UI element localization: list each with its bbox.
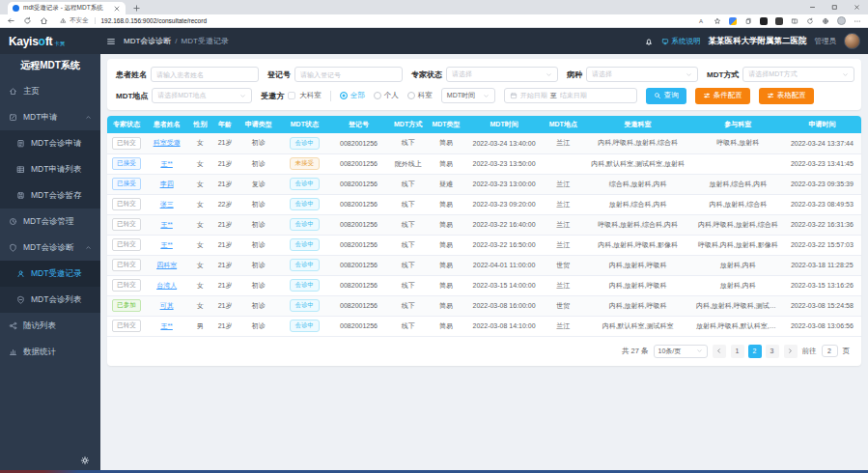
radio-all[interactable]: 全部 <box>340 91 365 100</box>
sidebar-item-mdt-invite-record[interactable]: MDT受邀记录 <box>0 261 100 287</box>
user-role[interactable]: 管理员 <box>815 37 837 46</box>
page-size-select[interactable]: 10条/页 <box>654 345 708 358</box>
cell-mdt-status: 会诊中 <box>280 316 329 336</box>
refresh-button[interactable] <box>23 16 32 25</box>
profile-avatar[interactable] <box>837 16 846 25</box>
cell-invited-depts: 内科,默认科室,测试科室 <box>582 316 693 336</box>
cell-apply-type: 初诊 <box>238 133 280 153</box>
reg-no-input[interactable] <box>300 71 397 78</box>
page-button-3[interactable]: 3 <box>766 345 779 358</box>
maximize-button[interactable] <box>824 0 846 14</box>
expert-status-tag: 已转交 <box>112 238 141 251</box>
mdt-mode-select[interactable]: 请选择MDT方式 <box>742 67 854 82</box>
patient-name-link[interactable]: 李四 <box>160 181 174 187</box>
cell-age: 21岁 <box>212 174 238 194</box>
close-icon <box>854 4 860 11</box>
split-screen-icon[interactable] <box>791 17 798 25</box>
cell-invited-depts: 内科,放射科,呼吸科 <box>582 275 693 295</box>
patient-name-link[interactable]: 张三 <box>160 201 174 208</box>
patient-name-link[interactable]: 四科室 <box>156 262 177 268</box>
patient-name-input[interactable] <box>156 71 253 78</box>
page-button-1[interactable]: 1 <box>731 345 744 358</box>
patient-name-link[interactable]: 王** <box>160 160 172 167</box>
url-text[interactable]: 192.168.0.156:9002/consultate/record <box>95 17 208 24</box>
sidebar-item-mdt-consult-list[interactable]: MDT会诊列表 <box>0 287 100 313</box>
app-header: Kayisoft 卡翼 MDT会诊诊断 / MDT受邀记录 系统说明 某某医科大… <box>0 28 868 54</box>
patient-name-link[interactable]: 王** <box>160 221 172 228</box>
sidebar-item-mdt-apply[interactable]: MDT申请 <box>0 104 100 130</box>
read-aloud-icon[interactable]: A <box>698 17 706 25</box>
cell-mdt-place: 兰江 <box>544 235 582 255</box>
browser-tab[interactable]: mdt受邀记录 - 远程MDT系统 <box>8 2 126 14</box>
sidebar-item-label: 数据统计 <box>23 347 56 358</box>
new-tab-button[interactable] <box>132 4 141 13</box>
disease-select[interactable]: 请选择 <box>586 67 698 82</box>
cell-mdt-type: 疑难 <box>428 174 463 194</box>
gear-icon[interactable] <box>80 456 90 465</box>
page-button-2[interactable]: 2 <box>748 345 762 358</box>
time-field-select[interactable]: MDT时间 <box>441 88 495 103</box>
sidebar-item-followup-list[interactable]: 随访列表 <box>0 313 100 339</box>
chevron-down-icon <box>696 348 703 354</box>
patient-name-link[interactable]: 王** <box>160 322 172 329</box>
notification-bell-icon[interactable] <box>644 37 654 46</box>
jump-page-input[interactable] <box>822 345 838 357</box>
cell-mdt-mode: 线下 <box>388 295 428 316</box>
extension-icon[interactable] <box>729 17 737 25</box>
home-button[interactable] <box>40 16 48 25</box>
search-button[interactable]: 查询 <box>646 88 686 104</box>
date-range-picker[interactable]: 开始日期 至 结束日期 <box>504 88 637 103</box>
cell-expert-status: 已转交 <box>107 214 146 235</box>
table-config-button[interactable]: 表格配置 <box>759 88 814 104</box>
expert-status-tag: 已接受 <box>112 157 141 170</box>
cell-gender: 女 <box>187 194 212 214</box>
prev-page-button[interactable] <box>713 345 726 358</box>
favorite-icon[interactable] <box>714 17 721 25</box>
big-dept-checkbox[interactable] <box>288 92 295 99</box>
collections-icon[interactable] <box>744 17 752 25</box>
minimize-button[interactable] <box>801 0 824 14</box>
column-header-gender: 性别 <box>187 116 212 133</box>
more-menu-icon[interactable] <box>854 17 861 25</box>
sync-icon[interactable] <box>806 17 814 25</box>
system-note-link[interactable]: 系统说明 <box>661 37 701 46</box>
security-indicator[interactable]: 不安全 <box>60 16 89 25</box>
radio-personal[interactable]: 个人 <box>374 91 399 100</box>
cell-mdt-status: 会诊中 <box>280 194 329 214</box>
home-icon <box>9 87 17 96</box>
patient-name-link[interactable]: 王** <box>160 241 172 248</box>
main-content: 患者姓名 登记号 专家状态 请选择 病种 请选择 <box>100 54 868 470</box>
cell-mdt-type: 简易 <box>428 295 463 316</box>
sidebar-item-mdt-consult-manage[interactable]: MDT会诊管理 <box>0 209 100 235</box>
extension-icon[interactable] <box>775 17 783 25</box>
sidebar-item-mdt-apply-list[interactable]: MDT申请列表 <box>0 156 100 182</box>
back-button[interactable] <box>7 16 15 25</box>
condition-config-button[interactable]: 条件配置 <box>695 88 750 104</box>
cell-mdt-time: 2022-03-23 13:50:00 <box>464 153 545 174</box>
patient-name-link[interactable]: 科室受邀 <box>154 139 181 146</box>
cell-expert-status: 已转交 <box>107 133 146 153</box>
browser-extension-icon[interactable] <box>822 17 829 25</box>
patient-name-link[interactable]: 可其 <box>160 302 174 309</box>
sidebar-item-mdt-consult-apply[interactable]: MDT会诊申请 <box>0 130 100 156</box>
column-header-expert-status: 专家状态 <box>107 116 146 133</box>
expert-status-select[interactable]: 请选择 <box>446 67 558 82</box>
extension-icon[interactable] <box>760 17 768 25</box>
cell-mdt-mode: 线下 <box>388 255 428 275</box>
sidebar-item-home[interactable]: 主页 <box>0 78 100 104</box>
mdt-place-select[interactable]: 请选择MDT地点 <box>152 88 252 103</box>
user-avatar[interactable] <box>844 33 860 49</box>
tab-close-icon[interactable] <box>113 5 121 13</box>
radio-dept[interactable]: 科室 <box>407 91 433 100</box>
sidebar-item-data-stats[interactable]: 数据统计 <box>0 339 100 365</box>
chevron-up-icon <box>85 114 92 121</box>
sidebar-item-mdt-consult-draft[interactable]: MDT会诊暂存 <box>0 182 100 209</box>
sidebar-collapse-icon[interactable] <box>106 37 116 46</box>
next-page-button[interactable] <box>784 345 798 358</box>
close-button[interactable] <box>846 0 868 14</box>
column-header-patient-name: 患者姓名 <box>146 116 188 133</box>
sidebar-item-mdt-consult-diagnose[interactable]: MDT会诊诊断 <box>0 235 100 261</box>
column-header-mdt-mode: MDT方式 <box>388 116 428 133</box>
patient-name-link[interactable]: 台湾人 <box>156 282 177 289</box>
cell-mdt-status: 会诊中 <box>280 133 329 153</box>
